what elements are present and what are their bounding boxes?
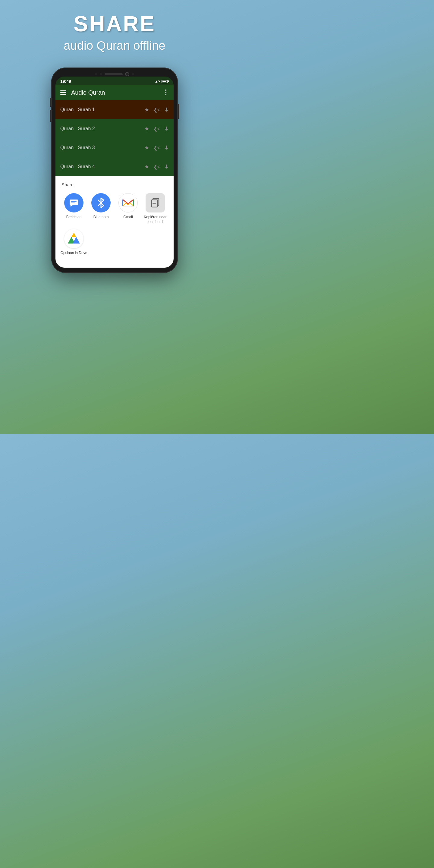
phone-dot-right	[132, 73, 134, 75]
share-app-berichten[interactable]: Berichten	[60, 193, 87, 224]
hamburger-line-3	[60, 94, 66, 95]
berichten-icon	[64, 193, 84, 213]
share-app-drive[interactable]: Opslaan in Drive	[60, 229, 87, 255]
surah-3-star-icon[interactable]	[144, 144, 149, 151]
svg-rect-6	[153, 202, 157, 202]
share-apps-row-1: Berichten Bluetooth	[60, 193, 169, 224]
signal-icon: ▲×	[155, 79, 160, 84]
phone-speaker	[104, 73, 123, 75]
surah-item-2[interactable]: Quran - Surah 2 ❮<	[56, 119, 174, 138]
surah-1-actions: ❮<	[144, 106, 169, 113]
share-sheet: Share Berichten	[56, 176, 174, 268]
phone-dot-left	[95, 73, 97, 75]
surah-item-3[interactable]: Quran - Surah 3 ❮<	[56, 138, 174, 157]
status-right-icons: ▲×	[155, 79, 169, 84]
bluetooth-label: Bluetooth	[93, 215, 109, 220]
svg-rect-0	[70, 199, 78, 205]
phone-top-bar	[56, 73, 174, 76]
phone-camera	[125, 72, 129, 76]
share-sheet-title: Share	[60, 182, 169, 187]
phone-screen: 19:49 ▲× Audio	[56, 76, 174, 268]
menu-button[interactable]	[60, 90, 66, 95]
surah-list: Quran - Surah 1 ❮< Quran - Surah 2 ❮<	[56, 100, 174, 176]
copy-label: Kopiëren naar klembord	[142, 215, 169, 224]
phone-frame-wrapper: 19:49 ▲× Audio	[51, 67, 178, 273]
gmail-icon	[119, 193, 138, 213]
gmail-label: Gmail	[123, 215, 133, 220]
more-options-icon[interactable]: ⋮	[162, 89, 169, 96]
svg-rect-7	[153, 203, 156, 204]
phone-camera-area	[95, 72, 134, 76]
surah-3-actions: ❮<	[144, 144, 169, 151]
hamburger-line-1	[60, 90, 66, 91]
power-button	[178, 104, 179, 119]
svg-rect-2	[71, 203, 75, 203]
share-app-copy[interactable]: Kopiëren naar klembord	[142, 193, 169, 224]
volume-up-button	[50, 98, 51, 107]
share-app-bluetooth[interactable]: Bluetooth	[87, 193, 115, 224]
bluetooth-icon	[91, 193, 111, 213]
drive-svg	[67, 233, 81, 245]
status-time: 19:49	[60, 79, 71, 84]
volume-down-button	[50, 110, 51, 122]
surah-4-star-icon[interactable]	[144, 163, 149, 170]
surah-2-download-icon[interactable]	[164, 125, 169, 132]
app-bar: Audio Quran ⋮	[56, 85, 174, 100]
surah-1-download-icon[interactable]	[164, 106, 169, 113]
surah-1-star-icon[interactable]	[144, 106, 149, 113]
drive-label: Opslaan in Drive	[61, 251, 87, 255]
battery-icon	[161, 80, 169, 83]
surah-4-share-icon[interactable]: ❮<	[153, 164, 160, 170]
surah-item-4[interactable]: Quran - Surah 4 ❮<	[56, 157, 174, 176]
surah-3-download-icon[interactable]	[164, 144, 169, 151]
surah-2-share-icon[interactable]: ❮<	[153, 126, 160, 132]
battery-body	[161, 80, 167, 83]
phone-dot2	[100, 73, 102, 75]
surah-item-1[interactable]: Quran - Surah 1 ❮<	[56, 100, 174, 119]
battery-fill	[162, 81, 166, 82]
promo-subtitle: audio Quran offline	[64, 39, 165, 53]
drive-icon	[64, 229, 84, 248]
svg-rect-1	[71, 201, 76, 202]
copy-icon-bg	[146, 193, 165, 213]
promo-title: SHARE	[64, 12, 165, 36]
berichten-label: Berichten	[66, 215, 82, 220]
surah-1-share-icon[interactable]: ❮<	[153, 107, 160, 113]
gmail-svg	[122, 197, 134, 208]
battery-tip	[168, 81, 169, 82]
surah-2-actions: ❮<	[144, 125, 169, 132]
berichten-svg	[68, 197, 79, 208]
surah-3-name: Quran - Surah 3	[60, 145, 144, 150]
app-title: Audio Quran	[71, 89, 158, 96]
surah-3-share-icon[interactable]: ❮<	[153, 145, 160, 151]
surah-4-download-icon[interactable]	[164, 163, 169, 170]
phone-frame: 19:49 ▲× Audio	[51, 67, 178, 273]
bluetooth-svg	[96, 197, 105, 208]
share-apps-row-2: Opslaan in Drive	[60, 229, 169, 255]
promo-header: SHARE audio Quran offline	[58, 0, 171, 61]
status-bar: 19:49 ▲×	[56, 76, 174, 85]
share-app-gmail[interactable]: Gmail	[115, 193, 142, 224]
svg-rect-3	[123, 199, 133, 207]
hamburger-line-2	[60, 92, 66, 93]
surah-2-star-icon[interactable]	[144, 125, 149, 132]
surah-1-name: Quran - Surah 1	[60, 107, 144, 113]
surah-4-name: Quran - Surah 4	[60, 164, 144, 169]
surah-4-actions: ❮<	[144, 163, 169, 170]
copy-svg	[150, 197, 161, 208]
surah-2-name: Quran - Surah 2	[60, 126, 144, 131]
